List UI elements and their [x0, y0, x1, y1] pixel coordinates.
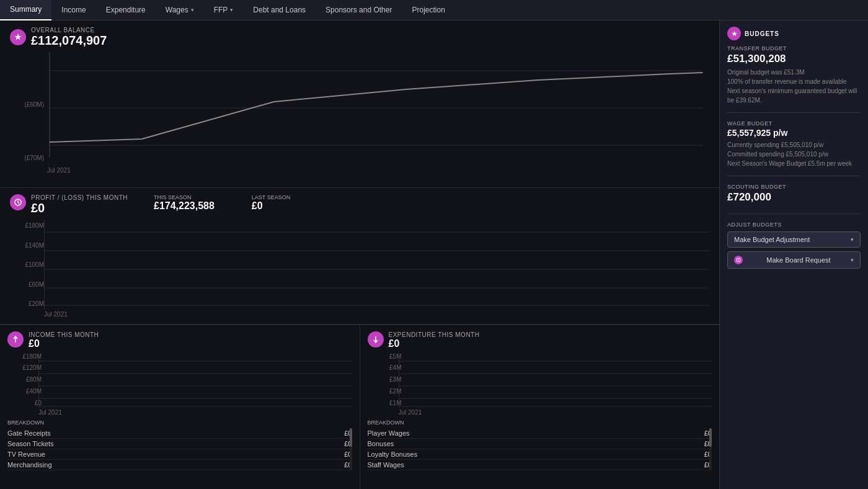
scouting-budget-value: £720,000	[727, 191, 861, 204]
overall-balance-label: OVERALL BALANCE	[31, 27, 107, 34]
income-y5: £0	[7, 400, 42, 406]
profit-y4: £60M	[10, 281, 44, 288]
budget-adjustment-label: Make Budget Adjustment	[734, 236, 810, 243]
last-season-value: £0	[252, 200, 290, 212]
tab-expenditure-label: Expenditure	[106, 0, 146, 20]
breakdown-label: Staff Wages	[368, 461, 404, 469]
transfer-budget-label: TRANSFER BUDGET	[727, 45, 861, 52]
tab-income-label: Income	[61, 0, 86, 20]
tab-projection[interactable]: Projection	[402, 0, 454, 20]
nav-bar: Summary Income Expenditure Wages ▾ FFP ▾…	[0, 0, 868, 20]
profit-y1: £180M	[10, 222, 44, 229]
wage-detail-3: Next Season's Wage Budget £5.5m per week	[727, 159, 861, 168]
profit-svg	[44, 220, 709, 310]
list-item: Bonuses £0	[368, 439, 712, 449]
wage-budget-label: WAGE BUDGET	[727, 120, 861, 127]
breakdown-label: Season Tickets	[7, 440, 54, 447]
tab-projection-label: Projection	[412, 0, 445, 20]
income-header: INCOME THIS MONTH £0	[7, 331, 352, 349]
this-season-block: THIS SEASON £174,223,588	[154, 194, 215, 212]
list-item: Staff Wages £0	[368, 460, 712, 470]
tab-sponsors[interactable]: Sponsors and Other	[316, 0, 402, 20]
profit-section: PROFIT / (LOSS) THIS MONTH £0 THIS SEASO…	[0, 188, 719, 325]
left-content: OVERALL BALANCE £112,074,907 (£60M) (£70…	[0, 20, 719, 489]
tab-summary[interactable]: Summary	[0, 0, 51, 20]
income-section: INCOME THIS MONTH £0 £180M £120M £80M £4…	[0, 325, 360, 489]
board-request-label: Make Board Request	[766, 256, 830, 264]
income-label: INCOME THIS MONTH	[29, 331, 99, 338]
income-y1: £180M	[7, 353, 42, 360]
overall-balance-value: £112,074,907	[31, 34, 107, 47]
income-y4: £40M	[7, 388, 42, 395]
income-breakdown-list: Gate Receipts £0 Season Tickets £0 TV Re…	[7, 428, 352, 470]
right-sidebar: BUDGETS TRANSFER BUDGET £51,300,208 Orig…	[719, 20, 868, 489]
profit-y3: £100M	[10, 261, 44, 268]
tab-summary-label: Summary	[10, 0, 42, 20]
list-item: TV Revenue £0	[7, 449, 352, 460]
chart-y-labels: (£60M) (£70M)	[10, 52, 44, 164]
income-breakdown-title: BREAKDOWN	[7, 419, 352, 426]
chevron-down-icon: ▾	[851, 236, 854, 243]
scouting-budget-label: SCOUTING BUDGET	[727, 184, 861, 190]
adjust-budgets-label: ADJUST BUDGETS	[727, 222, 861, 228]
tab-expenditure[interactable]: Expenditure	[96, 0, 156, 20]
this-season-value: £174,223,588	[154, 200, 215, 212]
profit-value: £0	[31, 201, 128, 215]
tab-wages[interactable]: Wages ▾	[156, 0, 204, 20]
overall-balance-section: OVERALL BALANCE £112,074,907 (£60M) (£70…	[0, 20, 719, 188]
tab-debt-label: Debt and Loans	[253, 0, 306, 20]
overall-svg	[10, 52, 709, 164]
scrollbar-thumb[interactable]	[709, 428, 712, 447]
exp-y4: £2M	[368, 388, 402, 395]
tab-sponsors-label: Sponsors and Other	[326, 0, 392, 20]
expenditure-x-label: Jul 2021	[399, 409, 712, 416]
transfer-budget-value: £51,300,208	[727, 53, 861, 65]
breakdown-label: TV Revenue	[7, 451, 45, 458]
expenditure-labels: EXPENDITURE THIS MONTH £0	[389, 331, 480, 349]
overall-balance-chart: (£60M) (£70M) Jul 2021	[10, 52, 709, 164]
income-icon	[7, 331, 24, 348]
profit-y2: £140M	[10, 242, 44, 249]
expenditure-value: £0	[389, 338, 480, 349]
scouting-budget-section: SCOUTING BUDGET £720,000	[727, 184, 861, 214]
make-budget-adjustment-button[interactable]: Make Budget Adjustment ▾	[727, 231, 861, 248]
overall-balance-icon	[10, 29, 26, 45]
list-item: Season Tickets £0	[7, 439, 352, 449]
tab-ffp[interactable]: FFP ▾	[204, 0, 244, 20]
income-x-label: Jul 2021	[38, 409, 352, 416]
expenditure-svg	[399, 352, 712, 408]
profit-y5: £20M	[10, 300, 44, 307]
adjust-budgets-section: ADJUST BUDGETS Make Budget Adjustment ▾ …	[727, 222, 861, 269]
exp-y2: £4M	[368, 364, 402, 371]
expenditure-label: EXPENDITURE THIS MONTH	[389, 331, 480, 338]
board-request-icon	[734, 256, 743, 264]
chevron-down-icon: ▾	[851, 257, 854, 263]
chevron-down-icon: ▾	[191, 0, 194, 20]
expenditure-breakdown-list: Player Wages £0 Bonuses £0 Loyalty Bonus…	[368, 428, 712, 470]
profit-labels: PROFIT / (LOSS) THIS MONTH £0	[31, 194, 128, 215]
tab-income[interactable]: Income	[51, 0, 95, 20]
expenditure-icon	[368, 331, 384, 348]
main-layout: OVERALL BALANCE £112,074,907 (£60M) (£70…	[0, 20, 868, 489]
wage-detail-2: Committed spending £5,505,010 p/w	[727, 150, 861, 159]
exp-y1: £5M	[368, 353, 402, 360]
tab-ffp-label: FFP	[214, 0, 228, 20]
make-board-request-button[interactable]: Make Board Request ▾	[727, 251, 861, 269]
transfer-budget-section: TRANSFER BUDGET £51,300,208 Original bud…	[727, 45, 861, 113]
y-label-60m: (£60M)	[10, 101, 44, 108]
breakdown-label: Merchandising	[7, 461, 52, 469]
last-season-block: LAST SEASON £0	[252, 194, 290, 212]
bottom-section: INCOME THIS MONTH £0 £180M £120M £80M £4…	[0, 325, 719, 489]
tab-debt[interactable]: Debt and Loans	[243, 0, 316, 20]
wage-budget-value: £5,557,925 p/w	[727, 128, 861, 138]
scrollbar-thumb[interactable]	[350, 428, 352, 447]
list-item: Merchandising £0	[7, 460, 352, 470]
breakdown-label: Loyalty Bonuses	[368, 451, 418, 458]
overall-balance-labels: OVERALL BALANCE £112,074,907	[31, 27, 107, 47]
list-item: Gate Receipts £0	[7, 428, 352, 439]
expenditure-section: EXPENDITURE THIS MONTH £0 £5M £4M £3M £2…	[360, 325, 720, 489]
exp-y3: £3M	[368, 376, 402, 383]
this-season-label: THIS SEASON	[154, 194, 215, 200]
breakdown-label: Bonuses	[368, 440, 394, 447]
income-value: £0	[29, 338, 99, 349]
